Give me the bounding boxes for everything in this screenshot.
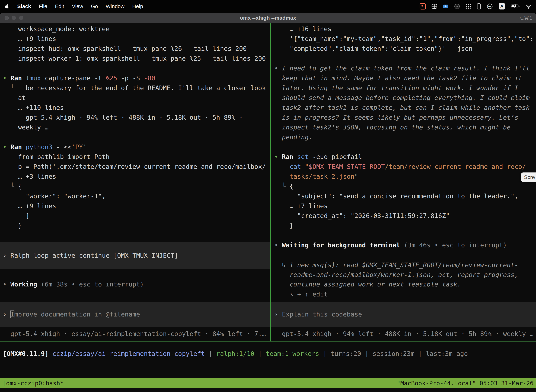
text-segment: '{"team_name":"my-team","task_id":"1","f… (274, 35, 534, 42)
mailbox-message-line: readme-and-reco/mailbox/worker-1.json, a… (271, 270, 536, 280)
text-segment: $OMX_TEAM_STATE_ROOT (309, 163, 385, 170)
terminal-line: … +16 lines (271, 24, 536, 34)
window-grid-icon[interactable] (431, 4, 437, 9)
app-grid-icon[interactable] (466, 4, 471, 9)
text-segment (48, 350, 53, 357)
right-prompt-text: › Explain this codebase (271, 309, 536, 319)
text-segment: turns:20 (330, 350, 361, 357)
battery-charging-icon[interactable] (511, 4, 520, 9)
terminal-line (0, 132, 270, 142)
terminal-line: • Ran set -euo pipefail (271, 152, 536, 162)
omx-session-status-line: [OMX#0.11.9] cczip/essay/ai-reimplementa… (0, 349, 536, 359)
text-segment (274, 163, 290, 170)
menu-bar: Slack File Edit View Go Window Help 61 A (0, 0, 536, 13)
text-segment (274, 94, 282, 101)
text-segment: mprove documentation in @filename (14, 311, 140, 318)
mailbox-message-line: continue assigned work or next feasible … (271, 280, 536, 289)
text-segment: workspace_mode: worktree (3, 25, 110, 33)
minimize-button[interactable] (12, 16, 16, 20)
terminal-line: cat "$OMX_TEAM_STATE_ROOT/team/review-cu… (271, 162, 536, 172)
text-segment: weekly … (3, 124, 48, 131)
menu-item-go[interactable]: Go (91, 3, 98, 9)
close-button[interactable] (5, 16, 9, 20)
text-segment (274, 84, 282, 92)
right-prompt-input[interactable]: › Explain this codebase (271, 302, 536, 327)
text-segment: keep that in mind. Maybe I also need the… (282, 75, 522, 82)
text-segment: inspect_hud: omx sparkshell --tmux-pane … (3, 45, 247, 52)
text-segment: } (274, 222, 293, 229)
terminal-line: ] (0, 211, 270, 221)
apple-menu-icon[interactable] (4, 4, 10, 9)
terminal-line: … +7 lines (271, 201, 536, 211)
text-segment: ralph:1/10 (216, 350, 254, 357)
pane-bottom-border (0, 341, 536, 342)
text-segment: └ (3, 183, 18, 190)
wifi-icon[interactable] (526, 4, 532, 9)
menu-item-window[interactable]: Window (106, 3, 124, 9)
menu-item-view[interactable]: View (72, 3, 83, 9)
text-segment: continue assigned work or next feasible … (274, 281, 461, 288)
left-terminal-pane[interactable]: workspace_mode: worktree … +9 lines insp… (0, 23, 270, 341)
menu-item-help[interactable]: Help (132, 3, 143, 9)
terminal-line (271, 142, 536, 152)
battery-ring-icon[interactable]: 61 (486, 3, 493, 10)
terminal-line: } (0, 221, 270, 231)
waiting-status-line: • Waiting for background terminal (3m 46… (271, 240, 536, 250)
terminal-line: inspect_worker-1: omx sparkshell --tmux-… (0, 54, 270, 63)
text-segment: Ran (282, 153, 297, 160)
terminal-line: keep that in mind. Maybe I also need the… (271, 73, 536, 83)
right-terminal-pane[interactable]: … +16 lines '{"team_name":"my-team","tas… (271, 23, 536, 341)
blue-app-icon[interactable] (443, 4, 448, 9)
window-title-bar[interactable]: omx --xhigh --madmax ⌥⌘1 (0, 13, 536, 23)
text-segment: } (3, 222, 22, 229)
text-segment: -p -S (117, 75, 144, 82)
text-segment: %25 (106, 75, 117, 82)
text-segment: Ralph loop active continue [OMX_TMUX_INJ… (10, 252, 178, 259)
terminal-line: … +9 lines (0, 34, 270, 44)
text-segment: … +110 lines (3, 104, 64, 111)
terminal-line (271, 54, 536, 63)
text-segment: /team/review-current-readme-and-reco/ (385, 163, 526, 170)
text-segment: • (274, 242, 282, 249)
text-segment: | (205, 350, 216, 357)
terminal-line: "worker": "worker-1", (0, 191, 270, 201)
dark-app-icon[interactable] (454, 3, 460, 9)
text-segment: • (3, 143, 10, 150)
text-segment: readme-and-reco/mailbox/worker-1.json, a… (274, 271, 518, 278)
right-pane-status-line: gpt-5.4 xhigh · 94% left · 488K in · 5.1… (271, 329, 536, 339)
ralph-loop-banner: › Ralph loop active continue [OMX_TMUX_I… (0, 242, 270, 269)
text-segment: "worker": "worker-1", (3, 192, 106, 200)
terminal-line: … +3 lines (0, 172, 270, 182)
tmux-status-bar: [omx-cczip0:bash* "MacBook-Pro-44.local"… (0, 378, 536, 388)
text-segment: … +3 lines (3, 173, 56, 180)
maximize-button[interactable] (19, 16, 23, 20)
text-segment: "subject": "send a concise recommendatio… (274, 192, 518, 200)
menu-item-edit[interactable]: Edit (55, 3, 64, 9)
text-segment: Working (10, 281, 37, 288)
terminal-line: workspace_mode: worktree (0, 24, 270, 34)
terminal-window: omx --xhigh --madmax ⌥⌘1 workspace_mode:… (0, 13, 536, 392)
menu-bar-left: Slack File Edit View Go Window Help (4, 3, 143, 9)
left-prompt-input[interactable]: › Improve documentation in @filename (0, 302, 270, 327)
active-app-name[interactable]: Slack (17, 3, 31, 9)
text-segment: 'PY' (72, 143, 87, 150)
text-segment: › (274, 311, 282, 318)
window-title: omx --xhigh --madmax (240, 15, 296, 21)
input-source-icon[interactable]: A (499, 3, 505, 9)
traffic-lights (5, 13, 23, 23)
window-shortcut-hint: ⌥⌘1 (518, 15, 532, 21)
terminal-line: • Ran python3 - <<'PY' (0, 142, 270, 152)
screen-recording-stop-icon[interactable] (420, 3, 426, 9)
text-segment: (3m 46s • esc to interrupt) (400, 242, 507, 249)
text-segment: tmux (26, 75, 45, 82)
menu-item-file[interactable]: File (39, 3, 47, 9)
terminal-line: } (271, 221, 536, 231)
mailbox-message-line: ↳ 1 new msg(s): read $OMX_TEAM_STATE_ROO… (271, 260, 536, 270)
text-segment: be necessary for the end of the README. … (26, 84, 266, 92)
phone-icon[interactable] (477, 3, 481, 9)
text-segment: Waiting for background terminal (282, 242, 400, 249)
text-segment: team:1 workers (266, 350, 319, 357)
terminal-line: • I need to get the claim token from the… (271, 63, 536, 73)
terminal-line: task2 after task1 is complete, but can I… (271, 103, 536, 112)
text-segment: at (3, 94, 26, 101)
